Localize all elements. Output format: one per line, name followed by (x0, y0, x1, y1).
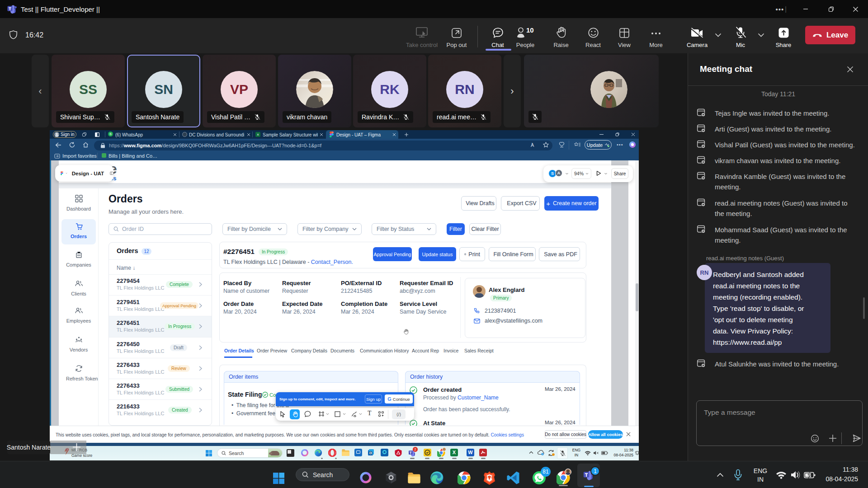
svg-text:10: 10 (526, 26, 534, 34)
